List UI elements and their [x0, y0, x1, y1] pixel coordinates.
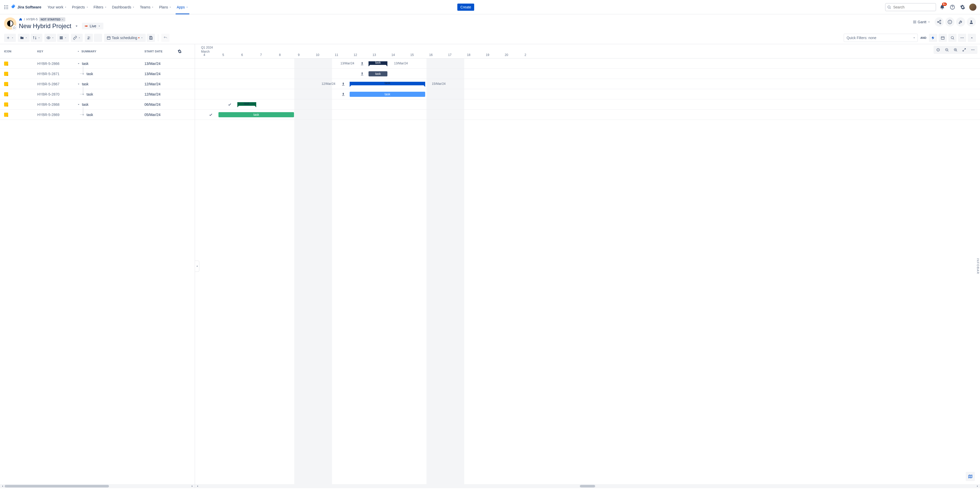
person-button[interactable]	[967, 18, 976, 27]
zoom-today-button[interactable]	[934, 46, 942, 53]
upload-icon[interactable]	[360, 62, 364, 65]
save-button[interactable]	[147, 34, 155, 42]
chevron-down-icon[interactable]	[77, 82, 80, 86]
zoom-out-button[interactable]	[943, 46, 951, 53]
create-button[interactable]: Create	[457, 3, 474, 11]
export-button[interactable]	[94, 34, 102, 42]
add-button[interactable]	[4, 34, 16, 42]
gantt-bar[interactable]: task	[218, 112, 294, 117]
chevron-down-icon	[77, 50, 80, 53]
col-settings[interactable]	[178, 49, 191, 53]
nav-teams[interactable]: Teams	[138, 3, 156, 11]
upload-icon[interactable]	[341, 92, 345, 96]
collapse-handle[interactable]	[195, 260, 199, 272]
nav-dashboards[interactable]: Dashboards	[110, 3, 137, 11]
sort-button[interactable]	[30, 34, 42, 42]
nav-filters[interactable]: Filters	[92, 3, 109, 11]
home-icon	[19, 18, 22, 21]
nav-plans[interactable]: Plans	[157, 3, 173, 11]
lightning-button[interactable]	[929, 34, 937, 42]
search-input[interactable]	[885, 3, 936, 11]
task-row[interactable]: HYBR-5-2868task06/Mar/24	[0, 99, 195, 110]
task-key[interactable]: HYBR-5-2866	[37, 62, 77, 65]
left-hscroll[interactable]	[0, 484, 195, 488]
chevron-down-icon[interactable]	[77, 103, 80, 106]
map-button[interactable]	[966, 472, 975, 481]
collapse-up-button[interactable]	[968, 34, 976, 42]
save-icon	[149, 36, 153, 40]
quick-filters-select[interactable]	[844, 34, 918, 42]
gantt-row: 13/Mar/24 task 13/Mar/24	[195, 59, 980, 69]
gantt-hscroll[interactable]	[195, 484, 980, 488]
breadcrumb-home[interactable]	[19, 18, 22, 21]
scrollbar-thumb[interactable]	[580, 485, 595, 487]
nav-projects[interactable]: Projects	[70, 3, 91, 11]
live-indicator[interactable]: Live	[82, 23, 103, 29]
search-button[interactable]	[948, 34, 956, 42]
link-button[interactable]	[71, 34, 83, 42]
project-icon[interactable]	[4, 18, 16, 30]
status-chip[interactable]: NOT STARTED	[39, 18, 65, 21]
task-row[interactable]: HYBR-5-2866task13/Mar/24	[0, 59, 195, 69]
fullscreen-button[interactable]	[960, 46, 968, 53]
upload-icon[interactable]	[360, 72, 364, 76]
task-scheduling-button[interactable]: Task scheduling•	[104, 34, 146, 42]
svg-point-41	[951, 37, 953, 39]
nav-your-work[interactable]: Your work	[45, 3, 69, 11]
col-start-date[interactable]: START DATE	[145, 50, 178, 53]
configure-button[interactable]	[956, 18, 965, 27]
jira-logo[interactable]: Jira Software	[10, 4, 41, 10]
zoom-in-button[interactable]	[951, 46, 959, 53]
task-row[interactable]: HYBR-5-2869task05/Mar/24	[0, 110, 195, 120]
infobar-tab[interactable]: INFOBAR	[976, 255, 980, 278]
undo-button[interactable]	[161, 34, 169, 42]
live-icon	[84, 24, 88, 28]
gantt-bar[interactable]: task	[350, 92, 425, 97]
gantt-bar[interactable]: task	[350, 82, 425, 85]
upload-icon[interactable]	[341, 82, 345, 86]
more-button[interactable]	[958, 34, 966, 42]
gantt-bar[interactable]: task	[369, 71, 387, 77]
gantt-chart[interactable]: 13/Mar/24 task 13/Mar/24 task 12/Mar/24 …	[195, 59, 980, 484]
app-switcher-icon[interactable]	[3, 4, 9, 10]
scrollbar-thumb[interactable]	[5, 485, 109, 487]
breadcrumb-key[interactable]: HYBR-5	[26, 18, 38, 21]
col-key[interactable]: KEY	[37, 50, 77, 53]
task-key[interactable]: HYBR-5-2870	[37, 92, 77, 96]
zoom-more-button[interactable]	[969, 46, 977, 53]
calendar-button[interactable]	[939, 34, 947, 42]
notifications-button[interactable]: 9+	[938, 3, 946, 11]
task-row[interactable]: HYBR-5-2871task13/Mar/24	[0, 69, 195, 79]
col-icon[interactable]: ICON	[4, 50, 37, 53]
gantt-bar[interactable]: task	[237, 102, 256, 106]
star-icon[interactable]	[12, 25, 17, 30]
svg-line-49	[948, 51, 948, 51]
col-summary[interactable]: SUMMARY	[77, 50, 145, 53]
task-row[interactable]: HYBR-5-2867task12/Mar/24	[0, 79, 195, 89]
nav-apps[interactable]: Apps	[175, 3, 190, 11]
team-button[interactable]	[85, 34, 93, 42]
arrow-right-icon[interactable]	[191, 485, 194, 488]
arrow-left-icon[interactable]	[1, 485, 4, 488]
layout-button[interactable]	[57, 34, 69, 42]
view-switcher[interactable]: Gantt	[910, 18, 933, 26]
visibility-button[interactable]	[45, 34, 56, 42]
arrow-right-icon[interactable]	[976, 485, 979, 488]
arrow-left-icon[interactable]	[196, 485, 199, 488]
help-button[interactable]	[948, 3, 956, 11]
gantt-bar[interactable]: task	[369, 61, 387, 65]
folder-button[interactable]	[18, 34, 30, 42]
search-box	[885, 3, 936, 11]
share-button[interactable]	[935, 18, 944, 27]
user-avatar[interactable]	[969, 3, 977, 11]
chevron-down-icon[interactable]	[74, 24, 79, 28]
task-key[interactable]: HYBR-5-2868	[37, 102, 77, 107]
settings-button[interactable]	[959, 3, 967, 11]
task-row[interactable]: HYBR-5-2870task12/Mar/24	[0, 89, 195, 99]
task-key[interactable]: HYBR-5-2869	[37, 113, 77, 117]
svg-point-12	[952, 8, 953, 8]
chevron-down-icon[interactable]	[77, 62, 80, 65]
task-key[interactable]: HYBR-5-2867	[37, 82, 77, 86]
task-key[interactable]: HYBR-5-2871	[37, 72, 77, 76]
info-button[interactable]	[945, 18, 955, 27]
